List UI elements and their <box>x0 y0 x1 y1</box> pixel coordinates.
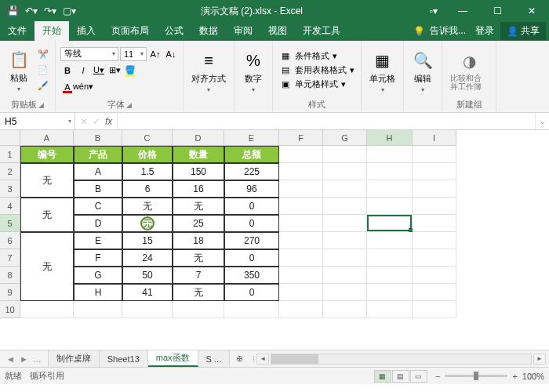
cell[interactable] <box>367 267 413 284</box>
cell[interactable]: F <box>74 249 122 267</box>
new-sheet-icon[interactable]: ⊕ <box>230 350 249 367</box>
cell[interactable] <box>413 284 456 301</box>
tab-data[interactable]: 数据 <box>191 21 226 41</box>
sheet-tab-2[interactable]: Sheet13 <box>100 350 148 367</box>
cell[interactable] <box>173 301 224 318</box>
hscroll-thumb[interactable] <box>271 354 318 364</box>
cell[interactable] <box>367 284 413 301</box>
cell[interactable] <box>323 180 367 198</box>
view-layout-icon[interactable]: ▤ <box>392 370 409 383</box>
underline-icon[interactable]: U▾ <box>92 64 106 78</box>
cell[interactable] <box>413 180 456 198</box>
shrink-font-icon[interactable]: A↓ <box>164 47 178 61</box>
col-header-B[interactable]: B <box>74 130 122 146</box>
zoom-in-icon[interactable]: + <box>512 372 517 381</box>
cell[interactable]: 0 <box>224 198 279 215</box>
zoom-level[interactable]: 100% <box>522 372 544 381</box>
cell[interactable]: 无 <box>173 198 224 215</box>
conditional-format-button[interactable]: ▦条件格式 ▾ <box>278 49 356 63</box>
cell[interactable]: 270 <box>224 232 279 249</box>
cell[interactable]: G <box>74 267 122 284</box>
tab-review[interactable]: 审阅 <box>226 21 260 41</box>
cell[interactable]: C <box>74 198 122 215</box>
cell[interactable]: 24 <box>122 249 173 267</box>
col-header-E[interactable]: E <box>224 130 279 146</box>
hscroll-track[interactable] <box>271 354 532 365</box>
cell[interactable] <box>367 198 413 215</box>
format-painter-icon[interactable]: 🖌️ <box>36 79 50 93</box>
save-icon[interactable]: 💾 <box>5 3 20 19</box>
row-header-4[interactable]: 4 <box>0 198 20 215</box>
cell[interactable]: 50 <box>122 267 173 284</box>
compare-merge-button[interactable]: ◑ 比较和合并工作簿 <box>447 49 491 93</box>
col-header-A[interactable]: A <box>20 130 74 146</box>
cell[interactable] <box>367 301 413 318</box>
font-color-icon[interactable]: A <box>60 80 75 94</box>
cell[interactable] <box>367 180 413 198</box>
phonetic-icon[interactable]: wén▾ <box>76 80 90 94</box>
cell[interactable] <box>279 232 323 249</box>
cell[interactable] <box>367 249 413 267</box>
tab-view[interactable]: 视图 <box>260 21 295 41</box>
cell[interactable] <box>413 163 456 180</box>
tab-file[interactable]: 文件 <box>0 21 35 41</box>
editing-button[interactable]: 🔍 编辑 ▾ <box>409 48 437 95</box>
cell[interactable] <box>323 284 367 301</box>
tell-me[interactable]: 告诉我... <box>427 21 469 41</box>
row-header-3[interactable]: 3 <box>0 180 20 198</box>
cell[interactable]: 7 <box>173 267 224 284</box>
close-icon[interactable]: ✕ <box>514 0 549 22</box>
cell[interactable] <box>224 301 279 318</box>
cell[interactable]: 150 <box>173 163 224 180</box>
undo-icon[interactable]: ↶▾ <box>24 3 39 19</box>
clipboard-launcher-icon[interactable]: ◢ <box>38 101 44 109</box>
cell[interactable] <box>279 284 323 301</box>
ribbon-options-icon[interactable]: ▫▾ <box>422 5 445 16</box>
cell[interactable]: 225 <box>224 163 279 180</box>
cell[interactable] <box>367 146 413 163</box>
cell-style-button[interactable]: ▣单元格样式 ▾ <box>278 78 356 91</box>
row-header-1[interactable]: 1 <box>0 146 20 163</box>
zoom-out-icon[interactable]: − <box>435 372 440 381</box>
col-header-D[interactable]: D <box>173 130 224 146</box>
row-header-6[interactable]: 6 <box>0 232 20 249</box>
cell[interactable] <box>323 249 367 267</box>
zoom-slider[interactable] <box>445 375 507 377</box>
table-format-button[interactable]: ▤套用表格格式 ▾ <box>278 64 356 77</box>
view-pagebreak-icon[interactable]: ▭ <box>410 370 427 383</box>
maximize-icon[interactable]: ☐ <box>480 0 514 22</box>
cell[interactable]: 数量 <box>173 146 224 163</box>
cell[interactable]: 1.5 <box>122 163 173 180</box>
cell[interactable]: 无 <box>122 198 173 215</box>
border-icon[interactable]: ⊞▾ <box>107 64 122 78</box>
row-header-9[interactable]: 9 <box>0 284 20 301</box>
font-launcher-icon[interactable]: ◢ <box>126 101 132 109</box>
cell[interactable] <box>413 215 456 232</box>
fx-icon[interactable]: fx <box>105 116 112 127</box>
bold-icon[interactable]: B <box>60 64 75 78</box>
cell[interactable] <box>279 146 323 163</box>
cell[interactable]: 价格 <box>122 146 173 163</box>
cell[interactable]: 无 <box>173 284 224 301</box>
cell[interactable] <box>413 198 456 215</box>
alignment-button[interactable]: ≡ 对齐方式 ▾ <box>188 48 229 95</box>
sheet-nav-next-icon[interactable]: ► <box>20 354 28 364</box>
enter-formula-icon[interactable]: ✓ <box>93 116 100 127</box>
cut-icon[interactable]: ✂️ <box>36 48 50 62</box>
minimize-icon[interactable]: — <box>445 0 480 22</box>
share-button[interactable]: 👤共享 <box>500 22 546 40</box>
sheet-tab-1[interactable]: 制作桌牌 <box>49 350 100 367</box>
col-header-H[interactable]: H <box>367 130 413 146</box>
cell[interactable] <box>323 267 367 284</box>
cell[interactable]: 总额 <box>224 146 279 163</box>
worksheet-grid[interactable]: ABCDEFGHI 12345678910 编号产品价格数量总额无A1.5150… <box>0 130 549 350</box>
cell[interactable]: D <box>74 215 122 232</box>
cell[interactable] <box>413 249 456 267</box>
row-header-8[interactable]: 8 <box>0 267 20 284</box>
col-header-C[interactable]: C <box>122 130 173 146</box>
cell[interactable] <box>413 267 456 284</box>
cell[interactable] <box>323 198 367 215</box>
cell[interactable]: 18 <box>173 232 224 249</box>
cancel-formula-icon[interactable]: ✕ <box>80 116 88 127</box>
fill-color-icon[interactable]: 🪣 <box>123 64 137 78</box>
